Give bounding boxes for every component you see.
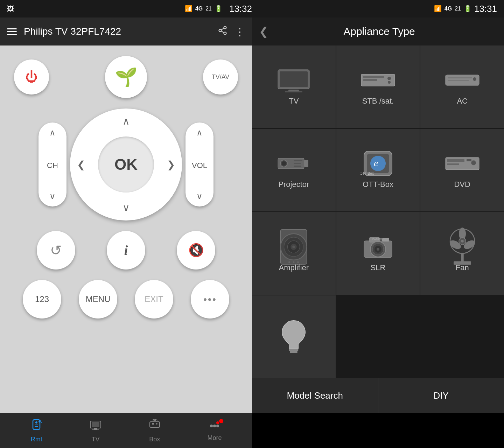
dvd-label: DVD <box>454 180 470 189</box>
dpad-down-arrow[interactable]: ∨ <box>122 202 130 214</box>
svg-point-13 <box>388 81 391 84</box>
svg-point-12 <box>387 77 391 80</box>
more-button[interactable]: ●●● <box>191 280 229 318</box>
ok-label: OK <box>114 156 138 173</box>
refresh-icon: ↺ <box>50 242 62 258</box>
wifi-icon-left: 📶 <box>185 5 192 13</box>
dpad-area: ∧ CH ∨ ∧ ❮ OK ❯ ∨ <box>7 108 245 220</box>
mute-button[interactable]: 🔇 <box>177 231 215 270</box>
123-label: 123 <box>35 294 49 304</box>
left-panel: Philips TV 32PFL7422 ⋮ ⏻ 🌱 TV/AV <box>0 18 252 413</box>
appliance-stb[interactable]: STB /sat. <box>336 46 420 128</box>
plant-button[interactable]: 🌱 <box>105 56 147 98</box>
ok-button[interactable]: OK <box>98 136 154 192</box>
svg-rect-51 <box>382 238 389 241</box>
menu-button[interactable]: MENU <box>79 280 117 318</box>
exit-label: EXIT <box>145 294 163 304</box>
power-button[interactable]: ⏻ <box>14 59 49 94</box>
appliance-bulb[interactable] <box>252 295 336 378</box>
dpad-left-arrow[interactable]: ❮ <box>77 159 85 170</box>
ch-down-arrow: ∨ <box>49 191 56 201</box>
appliance-ac[interactable]: AC <box>420 46 504 128</box>
signal-4g-left: 4G <box>195 6 203 12</box>
ch-up-arrow: ∧ <box>49 128 56 138</box>
bottom-button-row: 123 MENU EXIT ●●● <box>7 280 245 318</box>
bulb-icon <box>280 323 308 351</box>
svg-point-43 <box>297 261 299 263</box>
mute-icon: 🔇 <box>188 243 204 258</box>
remote-control-area: ⏻ 🌱 TV/AV ∧ CH ∨ <box>0 46 252 413</box>
ac-icon <box>445 68 480 92</box>
svg-rect-33 <box>467 159 471 161</box>
status-bar-left: 🖼 📶 4G 21 🔋 13:32 <box>0 0 252 18</box>
more-nav-label: More <box>208 434 222 442</box>
sim-icon-right: 21 <box>455 6 461 12</box>
svg-point-40 <box>293 245 295 248</box>
bottom-navigation: Rmt TV <box>0 413 504 448</box>
svg-point-42 <box>293 261 295 263</box>
dvd-icon <box>445 151 480 176</box>
amplifier-label: Amplifier <box>279 263 309 272</box>
appliance-tv[interactable]: TV <box>252 46 336 128</box>
more-dots-label: ●●● <box>203 296 217 303</box>
dpad-right-arrow[interactable]: ❯ <box>167 159 175 170</box>
tv-av-label: TV/AV <box>212 74 230 81</box>
appliance-ottbox[interactable]: e OTT Box OTT-Box <box>336 129 420 211</box>
plant-icon: 🌱 <box>115 66 138 88</box>
time-left: 13:32 <box>229 4 252 14</box>
back-button[interactable]: ❮ <box>259 25 268 38</box>
bottom-nav-left: Rmt TV <box>0 413 252 448</box>
tv-nav-label: TV <box>92 436 100 443</box>
vol-control: ∧ VOL ∨ <box>186 122 214 206</box>
model-search-button[interactable]: Model Search <box>252 378 378 413</box>
info-button[interactable]: i <box>107 231 145 270</box>
svg-point-57 <box>461 240 464 243</box>
nav-item-more[interactable]: More <box>208 420 222 442</box>
appliance-projector[interactable]: Projector <box>252 129 336 211</box>
123-button[interactable]: 123 <box>23 280 61 318</box>
svg-point-72 <box>156 423 158 425</box>
tv-nav-icon <box>89 418 102 434</box>
share-button[interactable] <box>218 26 227 38</box>
diy-button[interactable]: DIY <box>378 378 504 413</box>
svg-rect-21 <box>294 160 302 161</box>
rmt-icon <box>30 418 43 434</box>
appliance-amplifier[interactable]: Amplifier <box>252 212 336 295</box>
status-bar-right: 📶 4G 21 🔋 13:31 <box>252 0 504 18</box>
svg-rect-67 <box>92 422 99 427</box>
dpad-up-arrow[interactable]: ∧ <box>122 115 130 127</box>
nav-item-tv[interactable]: TV <box>89 418 102 443</box>
svg-rect-24 <box>304 160 308 167</box>
svg-rect-10 <box>363 76 384 78</box>
appliance-dvd[interactable]: DVD <box>420 129 504 211</box>
hamburger-menu[interactable] <box>7 28 17 35</box>
more-options-button[interactable]: ⋮ <box>234 26 245 38</box>
svg-point-74 <box>213 425 216 427</box>
exit-button[interactable]: EXIT <box>135 280 173 318</box>
svg-rect-8 <box>285 91 302 92</box>
box-nav-label: Box <box>149 436 160 443</box>
tv-av-button[interactable]: TV/AV <box>203 59 238 94</box>
appliance-fan[interactable]: Fan <box>420 212 504 295</box>
vol-track[interactable]: ∧ VOL ∨ <box>186 122 214 206</box>
power-icon: ⏻ <box>25 70 38 84</box>
svg-rect-32 <box>447 163 459 165</box>
mid-button-row: ↺ i 🔇 <box>7 231 245 270</box>
appliance-slr[interactable]: CAMERA SLR <box>336 212 420 295</box>
svg-rect-22 <box>294 163 301 164</box>
nav-item-rmt[interactable]: Rmt <box>30 418 43 443</box>
vol-label: VOL <box>192 161 207 170</box>
ch-track[interactable]: ∧ CH ∨ <box>38 122 66 206</box>
svg-rect-58 <box>461 253 464 262</box>
slr-label: SLR <box>371 263 386 272</box>
appliance-type-title: Appliance Type <box>275 26 483 37</box>
vol-down-arrow: ∨ <box>196 191 203 201</box>
tv-icon <box>276 68 311 92</box>
ch-control: ∧ CH ∨ <box>38 122 66 206</box>
nav-item-box[interactable]: Box <box>148 418 161 443</box>
info-icon: i <box>124 243 128 258</box>
dpad-circle[interactable]: ∧ ❮ OK ❯ ∨ <box>70 108 182 220</box>
refresh-button[interactable]: ↺ <box>37 231 75 270</box>
right-bottom-nav: Model Search DIY <box>252 378 504 413</box>
svg-rect-60 <box>289 348 299 351</box>
